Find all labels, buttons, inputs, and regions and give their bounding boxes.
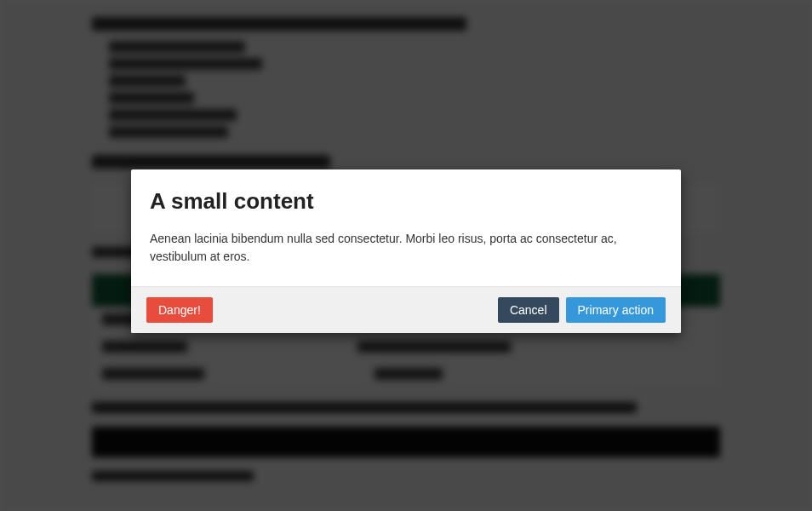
primary-action-button[interactable]: Primary action <box>566 297 666 323</box>
modal-title: A small content <box>150 188 662 215</box>
cancel-button[interactable]: Cancel <box>498 297 559 323</box>
modal-body: A small content Aenean lacinia bibendum … <box>131 169 681 286</box>
modal-text: Aenean lacinia bibendum nulla sed consec… <box>150 230 662 266</box>
modal-footer: Danger! Cancel Primary action <box>131 286 681 333</box>
modal-dialog: A small content Aenean lacinia bibendum … <box>131 169 681 333</box>
modal-overlay[interactable]: A small content Aenean lacinia bibendum … <box>0 0 812 511</box>
danger-button[interactable]: Danger! <box>146 297 213 323</box>
